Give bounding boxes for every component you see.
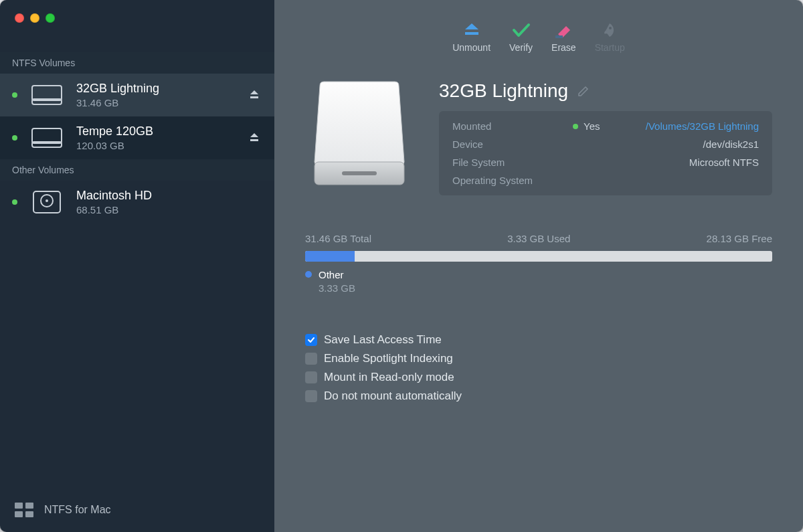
usage-bar [305, 251, 772, 262]
detail-content: 32GB Lightning Mounted Yes /Volumes/32GB… [274, 67, 803, 532]
svg-rect-5 [250, 139, 258, 141]
usage-panel: 31.46 GB Total 3.33 GB Used 28.13 GB Fre… [305, 233, 772, 296]
option-noauto[interactable]: Do not mount automatically [305, 389, 772, 403]
svg-rect-14 [555, 35, 563, 38]
toolbar: Unmount Verify Erase Startup [274, 0, 803, 67]
volume-title: 32GB Lightning [439, 80, 568, 102]
eject-icon[interactable] [249, 90, 260, 100]
zoom-icon[interactable] [46, 13, 55, 23]
info-row-mounted: Mounted Yes /Volumes/32GB Lightning [452, 120, 759, 132]
volume-name: 32GB Lightning [76, 82, 237, 96]
mount-path[interactable]: /Volumes/32GB Lightning [646, 120, 759, 132]
info-row-filesystem: File System Microsoft NTFS [452, 157, 759, 168]
section-ntfs-volumes: NTFS Volumes [0, 52, 274, 74]
svg-rect-0 [32, 86, 62, 100]
info-row-os: Operating System [452, 175, 759, 186]
option-readonly[interactable]: Mount in Read-only mode [305, 371, 772, 384]
svg-point-8 [46, 199, 48, 202]
checkbox-icon [305, 334, 317, 346]
volume-size: 68.51 GB [76, 204, 260, 215]
usage-used: 3.33 GB Used [507, 233, 570, 244]
status-dot-icon [12, 92, 17, 98]
option-spotlight[interactable]: Enable Spotlight Indexing [305, 352, 772, 365]
verify-button[interactable]: Verify [509, 22, 533, 53]
volume-size: 120.03 GB [76, 140, 237, 151]
option-save-access-time[interactable]: Save Last Access Time [305, 333, 772, 347]
close-icon[interactable] [15, 13, 24, 23]
window-controls [0, 0, 274, 52]
svg-rect-10 [25, 503, 33, 509]
svg-rect-17 [342, 171, 377, 175]
svg-rect-2 [250, 96, 258, 98]
drive-icon [29, 124, 64, 151]
usage-legend: Other 3.33 GB [305, 268, 772, 296]
verify-icon [512, 22, 531, 38]
svg-rect-11 [15, 511, 23, 517]
drive-icon [29, 82, 64, 108]
checkbox-icon [305, 390, 317, 402]
eject-icon[interactable] [249, 132, 260, 143]
erase-icon [554, 22, 573, 38]
app-window: NTFS Volumes 32GB Lightning 31.46 GB Tem… [0, 0, 803, 532]
sidebar-item-tempe-120gb[interactable]: Tempe 120GB 120.03 GB [0, 116, 274, 159]
edit-icon[interactable] [577, 85, 590, 97]
legend-dot-icon [305, 271, 312, 278]
svg-rect-3 [32, 128, 62, 143]
volume-size: 31.46 GB [76, 97, 237, 108]
detail-header: 32GB Lightning Mounted Yes /Volumes/32GB… [305, 78, 772, 195]
unmount-icon [462, 22, 481, 38]
app-logo-icon [15, 503, 33, 517]
volume-name: Macintosh HD [76, 189, 260, 203]
hdd-icon [29, 189, 64, 215]
sidebar-footer: NTFS for Mac [0, 488, 274, 532]
unmount-button[interactable]: Unmount [452, 22, 490, 53]
usage-free: 28.13 GB Free [707, 233, 772, 244]
usage-total: 31.46 GB Total [305, 233, 371, 244]
startup-button: Startup [595, 22, 625, 53]
volume-name: Tempe 120GB [76, 124, 237, 139]
sidebar: NTFS Volumes 32GB Lightning 31.46 GB Tem… [0, 0, 274, 532]
status-dot-icon [573, 124, 578, 129]
info-row-device: Device /dev/disk2s1 [452, 139, 759, 150]
sidebar-item-macintosh-hd[interactable]: Macintosh HD 68.51 GB [0, 181, 274, 224]
options-panel: Save Last Access Time Enable Spotlight I… [305, 333, 772, 403]
svg-point-15 [609, 27, 612, 29]
usage-bar-fill [305, 251, 355, 262]
section-other-volumes: Other Volumes [0, 159, 274, 181]
app-name: NTFS for Mac [44, 504, 111, 516]
status-dot-icon [12, 135, 17, 141]
checkbox-icon [305, 353, 317, 365]
minimize-icon[interactable] [30, 13, 39, 23]
drive-illustration-icon [305, 78, 414, 191]
sidebar-item-32gb-lightning[interactable]: 32GB Lightning 31.46 GB [0, 74, 274, 116]
status-dot-icon [12, 199, 17, 205]
svg-rect-9 [15, 503, 23, 509]
checkbox-icon [305, 371, 317, 383]
svg-rect-13 [465, 32, 478, 35]
svg-rect-12 [25, 511, 33, 517]
main-panel: Unmount Verify Erase Startup [274, 0, 803, 532]
info-panel: Mounted Yes /Volumes/32GB Lightning Devi… [439, 111, 772, 195]
erase-button[interactable]: Erase [551, 22, 576, 53]
startup-icon [600, 22, 619, 38]
